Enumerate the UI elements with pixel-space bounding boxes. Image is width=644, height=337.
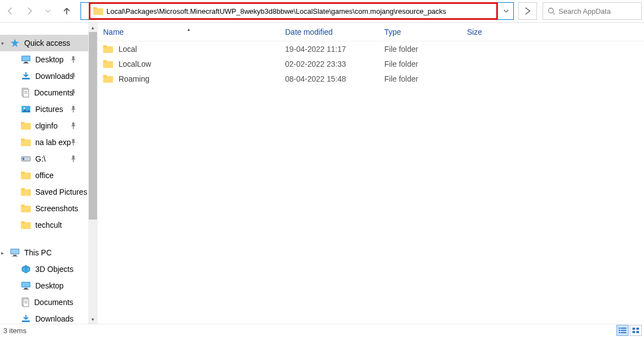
search-input[interactable]: Search AppData (543, 2, 642, 20)
sidebar-item[interactable]: Downloads (0, 311, 88, 324)
sidebar-item[interactable]: Screenshots (0, 200, 88, 217)
sidebar-item-label: G:\ (35, 154, 46, 163)
svg-rect-43 (24, 288, 28, 289)
chevron-down-icon: ▾ (1, 40, 4, 46)
sidebar-item[interactable]: clginfo (0, 117, 88, 134)
sort-ascending-icon: ▴ (187, 26, 190, 32)
content-pane: ▴ Name Date modified Type Size Local19-0… (98, 23, 644, 324)
file-date: 02-02-2022 23:33 (280, 60, 379, 68)
folder-icon (81, 7, 106, 15)
sidebar-item[interactable]: Documents (0, 84, 88, 101)
svg-rect-38 (11, 249, 19, 254)
address-dropdown[interactable] (499, 3, 513, 19)
svg-rect-64 (632, 331, 635, 333)
file-type: File folder (379, 45, 461, 54)
svg-rect-24 (21, 138, 25, 141)
sidebar-item-quick-access[interactable]: ▾ Quick access (0, 35, 88, 51)
large-icons-view-button[interactable] (630, 325, 642, 336)
column-header-size[interactable]: Size (461, 28, 506, 36)
nav-tree: ▾ Quick access DesktopDownloadsDocuments… (0, 23, 88, 324)
svg-line-3 (553, 13, 555, 15)
sidebar-item[interactable]: Documents (0, 294, 88, 311)
address-bar[interactable]: Local\Packages\Microsoft.MinecraftUWP_8w… (80, 2, 514, 20)
sidebar-item-label: techcult (35, 221, 62, 229)
recent-locations-dropdown[interactable] (40, 3, 56, 19)
svg-rect-40 (12, 256, 18, 256)
this-pc-icon (10, 248, 20, 257)
nav-scrollbar[interactable]: ▴ ▾ (88, 23, 98, 324)
downloads-icon (21, 72, 31, 81)
file-type: File folder (379, 74, 461, 83)
pin-icon (71, 139, 76, 146)
sidebar-item-label: Saved Pictures (35, 188, 87, 196)
svg-rect-34 (21, 205, 25, 207)
pin-icon (71, 156, 76, 162)
sidebar-item-label: na lab exp (35, 138, 71, 147)
pin-icon (71, 122, 76, 129)
3d-icon (21, 265, 31, 274)
sidebar-item[interactable]: 3D Objects (0, 261, 88, 277)
sidebar-item-label: Quick access (24, 39, 70, 47)
file-row[interactable]: Local19-04-2022 11:17File folder (98, 41, 644, 56)
search-icon (548, 7, 555, 15)
file-row[interactable]: LocalLow02-02-2022 23:33File folder (98, 56, 644, 71)
svg-rect-21 (21, 122, 25, 124)
sidebar-item-label: Documents (34, 88, 73, 97)
svg-rect-61 (621, 332, 626, 333)
view-mode-buttons (616, 325, 642, 336)
sidebar-item-this-pc[interactable]: ▸ This PC (0, 244, 88, 261)
file-date: 19-04-2022 11:17 (280, 45, 379, 54)
pin-icon (71, 106, 76, 113)
drive-usb-icon (21, 155, 31, 163)
svg-rect-8 (23, 63, 29, 63)
file-list[interactable]: Local19-04-2022 11:17File folderLocalLow… (98, 41, 644, 324)
svg-rect-55 (103, 75, 107, 77)
status-item-count: 3 items (3, 327, 26, 335)
sidebar-item[interactable]: Saved Pictures (0, 184, 88, 200)
svg-rect-51 (103, 45, 107, 47)
sidebar-item-label: Screenshots (35, 204, 78, 213)
file-name: Local (119, 45, 137, 54)
sidebar-item[interactable]: office (0, 167, 88, 184)
svg-rect-1 (93, 7, 97, 9)
column-label: Date modified (285, 28, 332, 36)
svg-rect-44 (23, 289, 29, 290)
file-type: File folder (379, 60, 461, 68)
svg-rect-32 (21, 188, 25, 190)
column-header-name[interactable]: ▴ Name (98, 28, 280, 36)
svg-rect-27 (23, 158, 24, 160)
column-header-date[interactable]: Date modified (280, 28, 379, 36)
svg-rect-42 (22, 282, 30, 287)
sidebar-item[interactable]: G:\ (0, 151, 88, 167)
column-header-type[interactable]: Type (379, 28, 461, 36)
sidebar-item[interactable]: Pictures (0, 101, 88, 117)
column-label: Size (467, 28, 482, 36)
details-view-button[interactable] (616, 325, 629, 336)
folder-icon (103, 74, 113, 83)
svg-point-18 (24, 108, 25, 109)
up-button[interactable] (58, 3, 75, 19)
column-label: Name (103, 28, 124, 36)
search-placeholder: Search AppData (559, 7, 611, 15)
svg-rect-30 (21, 172, 25, 174)
forward-button[interactable] (21, 3, 37, 19)
folder-icon (21, 204, 31, 213)
star-icon (10, 38, 20, 48)
go-refresh-button[interactable] (518, 2, 537, 20)
sidebar-item[interactable]: na lab exp (0, 134, 88, 151)
sidebar-item[interactable]: Desktop (0, 277, 88, 294)
sidebar-item[interactable]: Desktop (0, 51, 88, 68)
svg-rect-6 (22, 56, 30, 61)
scroll-down-icon[interactable]: ▾ (88, 314, 98, 324)
column-label: Type (384, 28, 401, 36)
folder-icon (103, 45, 113, 54)
back-button[interactable] (2, 3, 19, 19)
file-row[interactable]: Roaming08-04-2022 15:48File folder (98, 71, 644, 86)
sidebar-item-label: clginfo (35, 121, 57, 130)
sidebar-item[interactable]: techcult (0, 217, 88, 233)
sidebar-item-label: Downloads (35, 314, 73, 323)
scroll-up-icon[interactable]: ▴ (88, 23, 98, 32)
sidebar-item[interactable]: Downloads (0, 68, 88, 84)
pictures-icon (21, 105, 31, 114)
scroll-thumb[interactable] (89, 32, 97, 220)
